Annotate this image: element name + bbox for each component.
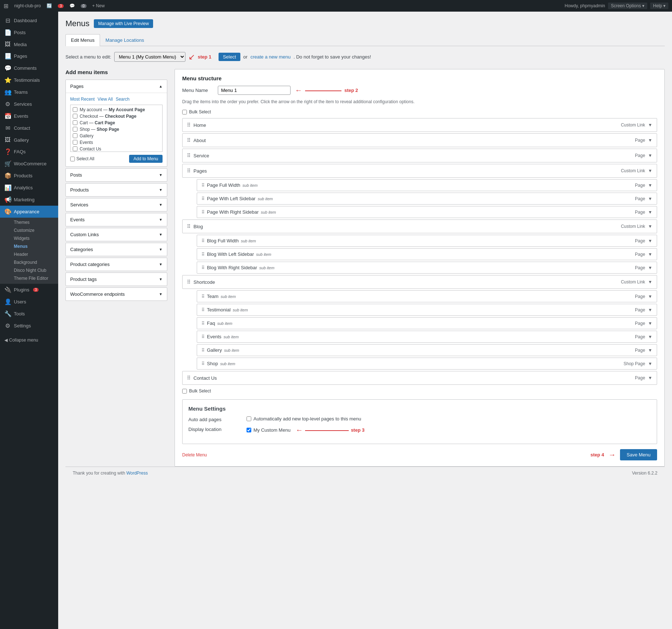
bulk-select-checkbox-top[interactable] (182, 110, 187, 114)
tab-most-recent[interactable]: Most Recent (70, 97, 95, 102)
accordion-pages-header[interactable]: Pages ▲ (66, 80, 167, 93)
menu-item-blog-toggle[interactable]: ▼ (648, 224, 652, 229)
sidebar-item-users[interactable]: 👤 Users (0, 296, 58, 308)
drag-handle[interactable]: ⠿ (201, 265, 205, 270)
menu-name-input[interactable] (218, 86, 291, 95)
auto-add-checkbox[interactable] (247, 416, 251, 421)
drag-handle[interactable]: ⠿ (201, 252, 205, 257)
sub-item-toggle[interactable]: ▼ (648, 183, 652, 188)
sub-item-toggle[interactable]: ▼ (648, 210, 652, 215)
updates-icon[interactable]: 🔄 (47, 3, 52, 8)
select-all-checkbox[interactable] (70, 157, 75, 161)
sub-item-toggle[interactable]: ▼ (648, 361, 652, 366)
sub-customize[interactable]: Customize (14, 226, 58, 234)
sidebar-item-testimonials[interactable]: ⭐ Testimonials (0, 74, 58, 86)
sidebar-item-tools[interactable]: 🔧 Tools (0, 308, 58, 320)
my-custom-menu-checkbox[interactable] (247, 428, 251, 432)
site-name[interactable]: night-club-pro (14, 3, 41, 8)
list-item[interactable]: Events (73, 140, 160, 145)
sidebar-item-settings[interactable]: ⚙ Settings (0, 320, 58, 332)
sub-item-toggle[interactable]: ▼ (648, 238, 652, 243)
select-all-label[interactable]: Select All (70, 156, 94, 161)
sub-item-toggle[interactable]: ▼ (648, 252, 652, 257)
sidebar-item-analytics[interactable]: 📊 Analytics (0, 182, 58, 194)
drag-handle[interactable]: ⠿ (201, 348, 205, 353)
list-item[interactable]: Cart — Cart Page (73, 120, 160, 125)
accordion-events-header[interactable]: Events ▼ (66, 213, 167, 226)
drag-handle[interactable]: ⠿ (201, 334, 205, 339)
drag-handle[interactable]: ⠿ (201, 210, 205, 215)
save-menu-button[interactable]: Save Menu (620, 449, 657, 460)
help-button[interactable]: Help ▾ (650, 3, 668, 9)
sidebar-item-faqs[interactable]: ❓ FAQs (0, 146, 58, 158)
list-item[interactable]: Shop — Shop Page (73, 127, 160, 132)
sub-item-toggle[interactable]: ▼ (648, 334, 652, 339)
bulk-select-label[interactable]: Bulk Select (182, 109, 657, 114)
tab-edit-menus[interactable]: Edit Menus (65, 34, 100, 46)
menu-item-about-toggle[interactable]: ▼ (648, 138, 652, 143)
tab-search[interactable]: Search (116, 97, 129, 102)
sub-widgets[interactable]: Widgets (14, 234, 58, 242)
sidebar-item-dashboard[interactable]: ⊟ Dashboard (0, 15, 58, 27)
page-checkbox-checkout[interactable] (73, 114, 77, 118)
accordion-categories-header[interactable]: Categories ▼ (66, 243, 167, 256)
sub-header[interactable]: Header (14, 250, 58, 258)
menu-item-home-toggle[interactable]: ▼ (648, 122, 652, 128)
live-preview-button[interactable]: Manage with Live Preview (94, 19, 153, 28)
page-checkbox-contactus[interactable] (73, 146, 77, 151)
sidebar-item-comments[interactable]: 💬 Comments (0, 62, 58, 74)
drag-handle[interactable]: ⠿ (187, 279, 191, 285)
sub-item-toggle[interactable]: ▼ (648, 196, 652, 201)
accordion-woocommerce-endpoints-header[interactable]: WooCommerce endpoints ▼ (66, 288, 167, 301)
my-custom-menu-label[interactable]: My Custom Menu ← —————— step 3 (247, 426, 651, 434)
menu-item-service-toggle[interactable]: ▼ (648, 153, 652, 158)
sub-item-toggle[interactable]: ▼ (648, 348, 652, 353)
list-item[interactable]: Gallery (73, 133, 160, 138)
wordpress-link[interactable]: WordPress (126, 471, 148, 476)
sidebar-item-media[interactable]: 🖼 Media (0, 39, 58, 50)
drag-handle[interactable]: ⠿ (201, 196, 205, 201)
sidebar-item-products[interactable]: 📦 Products (0, 170, 58, 182)
accordion-product-tags-header[interactable]: Product tags ▼ (66, 273, 167, 286)
select-button[interactable]: Select (219, 53, 240, 61)
sidebar-item-marketing[interactable]: 📢 Marketing (0, 194, 58, 206)
page-checkbox-gallery[interactable] (73, 133, 77, 138)
drag-handle[interactable]: ⠿ (201, 361, 205, 366)
page-checkbox-shop[interactable] (73, 127, 77, 132)
list-item[interactable]: Contact Us (73, 146, 160, 152)
drag-handle[interactable]: ⠿ (187, 122, 191, 128)
sidebar-item-contact[interactable]: ✉ Contact (0, 122, 58, 134)
auto-add-checkbox-label[interactable]: Automatically add new top-level pages to… (247, 416, 651, 422)
sidebar-item-gallery[interactable]: 🖼 Gallery (0, 134, 58, 146)
drag-handle[interactable]: ⠿ (201, 307, 205, 313)
accordion-products-header[interactable]: Products ▼ (66, 184, 167, 196)
sub-theme-file-editor[interactable]: Theme File Editor (14, 274, 58, 282)
accordion-services-header[interactable]: Services ▼ (66, 198, 167, 211)
bulk-select-checkbox-bottom[interactable] (182, 389, 187, 394)
page-checkbox-events[interactable] (73, 140, 77, 145)
sub-themes[interactable]: Themes (14, 218, 58, 226)
sidebar-item-events[interactable]: 📅 Events (0, 110, 58, 122)
sidebar-item-services[interactable]: ⚙ Services (0, 98, 58, 110)
page-checkbox-myaccount[interactable] (73, 107, 77, 112)
bulk-select-bottom-label[interactable]: Bulk Select (182, 388, 657, 394)
drag-handle[interactable]: ⠿ (187, 168, 191, 174)
delete-menu-link[interactable]: Delete Menu (182, 452, 207, 457)
sub-item-toggle[interactable]: ▼ (648, 265, 652, 270)
sub-background[interactable]: Background (14, 258, 58, 266)
tab-manage-locations[interactable]: Manage Locations (100, 34, 149, 46)
drag-handle[interactable]: ⠿ (201, 321, 205, 326)
menu-item-pages-toggle[interactable]: ▼ (648, 168, 652, 173)
menu-item-contact-us-toggle[interactable]: ▼ (648, 375, 652, 380)
sub-item-toggle[interactable]: ▼ (648, 294, 652, 299)
list-item[interactable]: My account — My Account Page (73, 107, 160, 112)
list-item[interactable]: Checkout — Checkout Page (73, 114, 160, 119)
accordion-custom-links-header[interactable]: Custom Links ▼ (66, 228, 167, 241)
sub-item-toggle[interactable]: ▼ (648, 307, 652, 313)
collapse-menu[interactable]: ◀ Collapse menu (0, 335, 58, 346)
drag-handle[interactable]: ⠿ (187, 375, 191, 381)
sub-menus[interactable]: Menus (14, 242, 58, 250)
sidebar-item-plugins[interactable]: 🔌 Plugins 3 (0, 284, 58, 296)
sidebar-item-teams[interactable]: 👥 Teams (0, 86, 58, 98)
create-new-menu-link[interactable]: create a new menu (251, 54, 291, 60)
